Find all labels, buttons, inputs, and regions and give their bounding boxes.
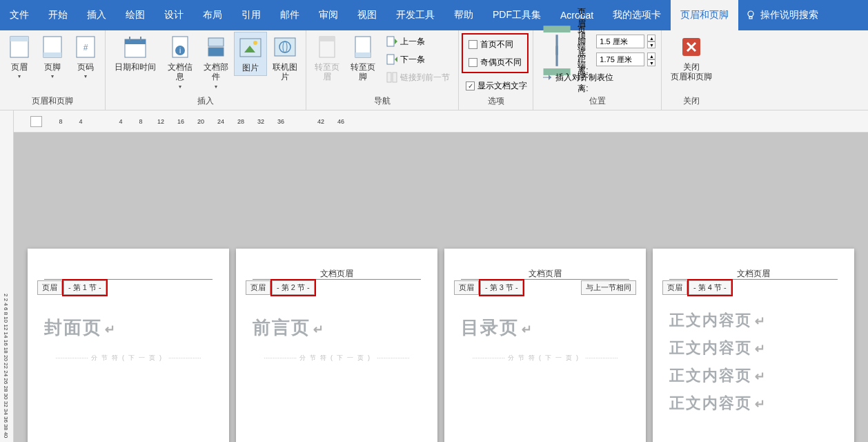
tell-me-search[interactable]: 操作说明搜索 [738,0,825,30]
align-tab-icon [542,72,553,83]
page-title: 前言页↵ [253,316,421,340]
menu-mailings[interactable]: 邮件 [270,0,309,30]
footer-button[interactable]: 页脚▾ [36,32,69,82]
nav-next-button[interactable]: 下一条 [384,51,453,68]
menu-layout[interactable]: 布局 [193,0,232,30]
body-text: 正文内容页↵ [669,393,838,414]
svg-marker-28 [395,39,397,44]
group-position-label: 位置 [536,94,658,110]
ruler-tick: 36 [277,118,285,125]
tell-me-label: 操作说明搜索 [760,9,818,21]
section-break-marker: 分节符(下一页) [461,354,629,363]
menu-home[interactable]: 开始 [39,0,77,30]
body-text: 正文内容页↵ [669,310,838,331]
svg-rect-29 [387,55,394,64]
show-doctext-checkbox[interactable]: 显示文档文字 [463,77,530,94]
menu-mytab[interactable]: 我的选项卡 [603,0,671,30]
docparts-button[interactable]: 文档部件▾ [198,32,234,93]
vertical-ruler[interactable]: 2 2 4 6 8 10 12 14 16 18 20 22 24 26 28 … [0,110,14,442]
spin-up[interactable]: ▲ [647,35,655,41]
nav-next-label: 下一条 [400,54,425,66]
menu-review[interactable]: 审阅 [309,0,348,30]
checkbox-checked-icon [466,81,475,90]
svg-rect-31 [387,73,391,82]
svg-rect-32 [393,73,397,82]
svg-text:#: # [83,43,88,52]
close-icon [681,37,702,57]
link-prev-button[interactable]: 链接到前一节 [384,69,453,86]
page-title: 封面页↵ [44,316,213,340]
group-headerfooter-label: 页眉和页脚 [3,94,102,110]
link-prev-tag: 与上一节相同 [581,280,636,295]
show-doctext-label: 显示文档文字 [477,80,527,92]
insert-align-tab-button[interactable]: 插入对齐制表位 [539,69,655,86]
svg-rect-1 [749,17,752,19]
menu-draw[interactable]: 绘图 [116,0,155,30]
docinfo-icon: i [170,35,190,59]
section-tag: - 第 3 节 - [480,280,523,295]
pagenumber-icon: # [75,35,96,59]
section-tag: - 第 1 节 - [63,280,106,295]
lightbulb-icon [745,10,756,21]
link-prev-label: 链接到前一节 [400,72,450,84]
checkbox-icon [468,58,477,67]
section-tag: - 第 2 节 - [272,280,315,295]
menu-file[interactable]: 文件 [0,0,39,30]
ruler-tick: 46 [337,118,345,125]
diff-oddeven-label: 奇偶页不同 [480,57,522,68]
group-position: 页眉顶端距离: ▲▼ 页脚底端距离: ▲▼ 插入对齐制表位 位置 [533,30,662,110]
footer-distance-input[interactable] [596,52,644,66]
group-close: 关闭 页眉和页脚 关闭 [662,30,721,110]
svg-point-0 [748,11,753,17]
prev-icon [386,36,397,47]
horizontal-ruler[interactable]: 8 4 4 8 12 16 20 24 28 32 36 42 46 [14,110,868,133]
goto-footer-button[interactable]: 转至页脚 [345,32,381,85]
spin-down[interactable]: ▼ [647,59,655,66]
header-button[interactable]: 页眉▾ [3,32,36,82]
document-page[interactable]: 文档页眉页眉- 第 4 节 -正文内容页↵正文内容页↵正文内容页↵正文内容页↵ [653,249,854,442]
menu-view[interactable]: 视图 [348,0,386,30]
menu-headerfooter[interactable]: 页眉和页脚 [671,0,738,30]
calendar-icon [124,35,147,59]
menu-insert[interactable]: 插入 [77,0,116,30]
spin-down[interactable]: ▼ [647,41,655,48]
group-nav: 转至页眉 转至页脚 上一条 下一条 链接到前一节 [306,30,459,110]
document-page[interactable]: 页眉- 第 1 节 -封面页↵分节符(下一页) [28,249,229,442]
goto-header-button[interactable]: 转至页眉 [309,32,345,85]
document-page[interactable]: 文档页眉页眉- 第 3 节 -与上一节相同目录页↵分节符(下一页) [444,249,646,442]
ruler-tick: 32 [257,118,265,125]
docinfo-button[interactable]: i 文档信息▾ [162,32,198,93]
document-area: 2 2 4 6 8 10 12 14 16 18 20 22 24 26 28 … [0,110,868,442]
diff-oddeven-checkbox[interactable]: 奇偶页不同 [466,54,524,70]
onlinepicture-button[interactable]: 联机图片 [267,32,303,85]
body-text: 正文内容页↵ [669,365,838,386]
menu-devtools[interactable]: 开发工具 [386,0,444,30]
menu-help[interactable]: 帮助 [444,0,483,30]
spin-up[interactable]: ▲ [647,52,655,59]
menu-design[interactable]: 设计 [155,0,193,30]
header-tag: 页眉 [662,280,687,295]
svg-rect-33 [544,26,571,32]
svg-rect-27 [387,37,394,46]
close-headerfooter-button[interactable]: 关闭 页眉和页脚 [664,32,718,85]
section-break-marker: 分节符(下一页) [253,354,421,363]
group-insert: 日期和时间 i 文档信息▾ 文档部件▾ 图片 联机图片 插入 [106,30,306,110]
svg-text:i: i [179,47,181,55]
section-tag-row: 页眉- 第 4 节 - [662,280,731,295]
section-tag-row: 页眉- 第 1 节 - [37,280,106,295]
ruler-tick: 24 [217,118,225,125]
tab-selector[interactable] [30,116,42,127]
nav-prev-button[interactable]: 上一条 [384,33,453,50]
document-page[interactable]: 文档页眉页眉- 第 2 节 -前言页↵分节符(下一页) [236,249,437,442]
picture-button[interactable]: 图片 [234,32,267,76]
header-distance-input[interactable] [596,35,644,48]
next-icon [386,54,397,65]
datetime-button[interactable]: 日期和时间 [108,32,162,75]
pagenumber-button[interactable]: # 页码▾ [69,32,102,82]
section-tag-row: 页眉- 第 3 节 - [454,280,523,295]
docparts-icon [206,35,226,59]
nav-prev-label: 上一条 [400,36,425,48]
menu-references[interactable]: 引用 [232,0,270,30]
document-canvas[interactable]: 页眉- 第 1 节 -封面页↵分节符(下一页)文档页眉页眉- 第 2 节 -前言… [14,133,868,442]
diff-first-checkbox[interactable]: 首页不同 [466,36,524,52]
